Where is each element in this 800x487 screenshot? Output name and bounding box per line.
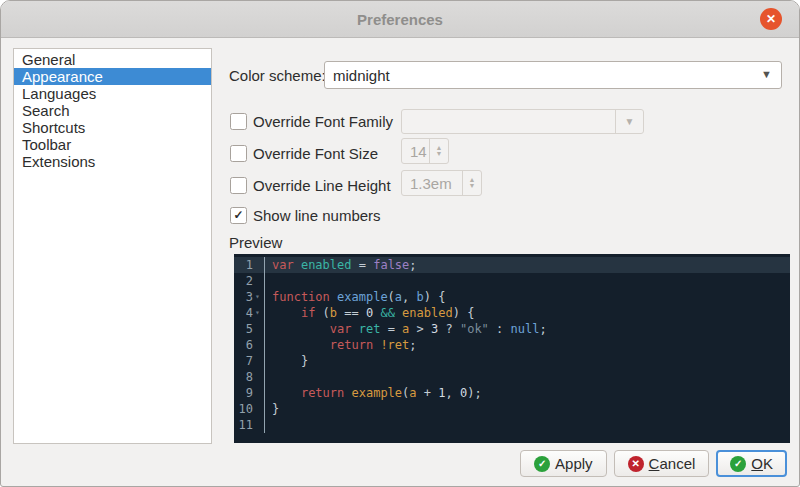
code-text (265, 369, 272, 385)
sidebar-item-search[interactable]: Search (14, 102, 211, 119)
apply-button[interactable]: ✓Apply (520, 450, 607, 477)
line-number-gutter: 4▾ (234, 305, 265, 321)
preferences-dialog: Preferences ✕ GeneralAppearanceLanguages… (0, 0, 800, 487)
ok-button-label: OK (751, 455, 773, 472)
sidebar-item-appearance[interactable]: Appearance (14, 68, 211, 85)
code-line: 7 } (234, 353, 790, 369)
preview-label: Preview (229, 234, 282, 251)
line-number-gutter: 6 (234, 337, 265, 353)
font-family-select: ▼ (401, 109, 644, 134)
code-preview: 1var enabled = false;23▾function example… (234, 254, 790, 443)
sidebar-list: GeneralAppearanceLanguagesSearchShortcut… (13, 48, 212, 444)
cancel-button-label: Cancel (649, 455, 696, 472)
ok-button[interactable]: ✓OK (716, 450, 787, 477)
override-font-family-checkbox[interactable] (230, 113, 247, 130)
override-line-height-checkbox[interactable] (230, 177, 247, 194)
show-line-numbers-checkbox[interactable]: ✓ (230, 207, 247, 224)
cross-circle-icon: ✕ (628, 456, 644, 472)
code-line: 1var enabled = false; (234, 257, 790, 273)
dialog-footer: ✓Apply✕Cancel✓OK (520, 450, 787, 477)
sidebar-item-general[interactable]: General (14, 51, 211, 68)
font-size-spinner: 14 ▲▼ (401, 138, 449, 164)
fold-arrow-icon[interactable]: ▾ (255, 289, 264, 305)
code-line: 10} (234, 401, 790, 417)
code-text: } (265, 401, 279, 417)
line-number-gutter: 1 (234, 257, 265, 273)
show-line-numbers-label: Show line numbers (253, 207, 381, 224)
chevron-down-icon: ▼ (761, 68, 772, 80)
code-line: 2 (234, 273, 790, 289)
line-number-gutter: 10 (234, 401, 265, 417)
cancel-button[interactable]: ✕Cancel (614, 450, 710, 477)
titlebar[interactable]: Preferences ✕ (1, 1, 799, 38)
line-height-value: 1.3em (402, 175, 462, 192)
line-number-gutter: 3▾ (234, 289, 265, 305)
line-number-gutter: 8 (234, 369, 265, 385)
apply-button-label: Apply (555, 455, 593, 472)
sidebar-item-extensions[interactable]: Extensions (14, 153, 211, 170)
code-line: 9 return example(a + 1, 0); (234, 385, 790, 401)
close-icon[interactable]: ✕ (760, 8, 782, 30)
code-line: 8 (234, 369, 790, 385)
line-number-gutter: 11 (234, 417, 265, 433)
chevron-down-icon: ▼ (615, 110, 643, 133)
check-circle-icon: ✓ (730, 456, 746, 472)
code-line: 6 return !ret; (234, 337, 790, 353)
line-number-gutter: 2 (234, 273, 265, 289)
code-text: var enabled = false; (265, 257, 417, 273)
spinner-arrows-icon: ▲▼ (462, 171, 481, 195)
code-text: } (265, 353, 308, 369)
color-scheme-select[interactable]: midnight ▼ (324, 61, 782, 89)
sidebar-item-shortcuts[interactable]: Shortcuts (14, 119, 211, 136)
code-text (265, 417, 272, 433)
code-line: 4▾ if (b == 0 && enabled) { (234, 305, 790, 321)
override-font-family-label: Override Font Family (253, 113, 393, 130)
line-number-gutter: 9 (234, 385, 265, 401)
fold-arrow-icon[interactable]: ▾ (255, 305, 264, 321)
font-size-value: 14 (402, 143, 429, 160)
override-font-size-label: Override Font Size (253, 145, 378, 162)
code-line: 5 var ret = a > 3 ? "ok" : null; (234, 321, 790, 337)
code-text: var ret = a > 3 ? "ok" : null; (265, 321, 547, 337)
code-text: return !ret; (265, 337, 417, 353)
code-line: 3▾function example(a, b) { (234, 289, 790, 305)
line-height-spinner: 1.3em ▲▼ (401, 170, 482, 196)
line-number-gutter: 7 (234, 353, 265, 369)
override-line-height-label: Override Line Height (253, 177, 391, 194)
override-font-size-checkbox[interactable] (230, 145, 247, 162)
window-title: Preferences (357, 11, 443, 28)
color-scheme-value: midnight (333, 67, 390, 84)
code-text: return example(a + 1, 0); (265, 385, 482, 401)
code-text: if (b == 0 && enabled) { (265, 305, 474, 321)
sidebar-item-languages[interactable]: Languages (14, 85, 211, 102)
color-scheme-label: Color scheme: (229, 67, 326, 84)
sidebar-item-toolbar[interactable]: Toolbar (14, 136, 211, 153)
code-line: 11 (234, 417, 790, 433)
code-text: function example(a, b) { (265, 289, 445, 305)
spinner-arrows-icon: ▲▼ (429, 139, 448, 163)
line-number-gutter: 5 (234, 321, 265, 337)
check-circle-icon: ✓ (534, 456, 550, 472)
code-text (265, 273, 272, 289)
